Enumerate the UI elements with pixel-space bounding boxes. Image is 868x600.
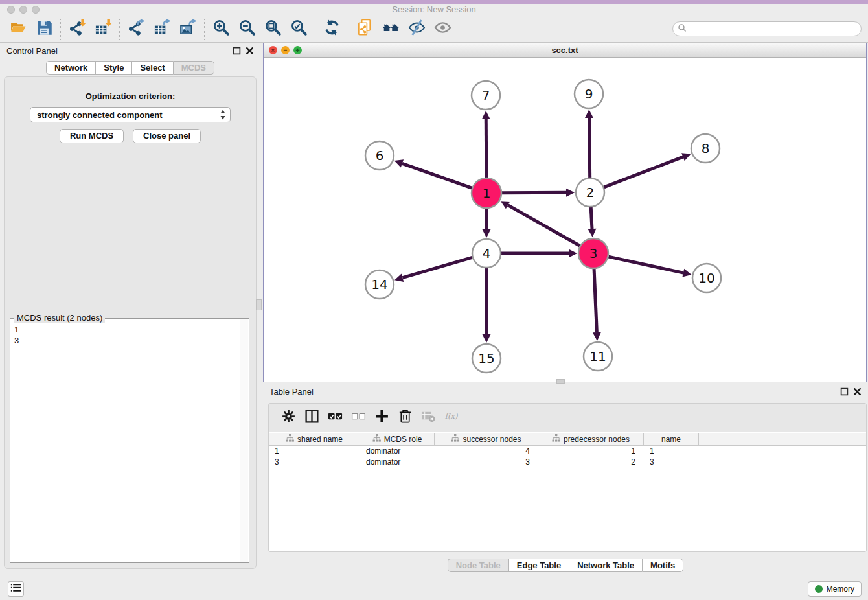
edge-1-to-6[interactable] [394,159,472,188]
column-header-shared-name[interactable]: shared name [269,433,360,445]
tab-network-table[interactable]: Network Table [569,559,642,572]
graph-node-4[interactable]: 4 [472,239,501,268]
table-settings-gear-button[interactable] [277,406,300,430]
tab-node-table[interactable]: Node Table [448,559,508,572]
table-cell[interactable]: dominator [360,457,435,468]
horizontal-splitter-grip[interactable] [556,379,565,384]
table-cell[interactable]: 2 [538,457,644,468]
graph-node-1[interactable]: 1 [472,178,501,208]
zoom-selected-button[interactable] [286,17,312,41]
tab-select[interactable]: Select [131,61,172,75]
home-button[interactable] [378,17,404,41]
criterion-select[interactable]: strongly connected component [30,107,231,122]
edge-2-to-8[interactable] [604,153,691,187]
delete-column-button[interactable] [393,406,417,430]
graph-node-11[interactable]: 11 [584,342,612,371]
zoom-in-button[interactable] [208,17,234,41]
graph-node-15[interactable]: 15 [472,344,501,373]
edge-2-to-3[interactable] [588,207,596,237]
search-input[interactable] [689,25,858,34]
graph-node-8[interactable]: 8 [691,134,720,163]
run-mcds-button[interactable]: Run MCDS [60,129,124,143]
table-cell[interactable]: 4 [435,446,538,457]
import-table-button[interactable] [90,17,116,41]
task-history-button[interactable] [8,581,24,597]
refresh-view-button[interactable] [319,17,345,41]
edge-2-to-9[interactable] [585,110,593,178]
table-cell[interactable]: 3 [435,457,538,468]
clone-network-button[interactable] [352,17,378,41]
search-box[interactable] [672,21,862,36]
table-cell[interactable]: 3 [269,457,360,468]
table-row[interactable]: 3dominator323 [269,457,866,468]
add-column-button[interactable] [370,406,393,430]
edge-4-to-15[interactable] [483,268,491,343]
column-layout-button[interactable] [300,406,323,430]
graph-node-6[interactable]: 6 [365,141,394,170]
close-window-icon[interactable] [269,46,277,54]
edge-3-to-1[interactable] [501,201,580,246]
open-session-button[interactable] [5,17,31,41]
network-graph: 7968124314101511 [264,58,866,382]
tab-style[interactable]: Style [95,61,131,75]
svg-text:3: 3 [589,246,598,261]
export-table-button[interactable] [149,17,175,41]
export-image-button[interactable] [175,17,201,41]
graph-node-7[interactable]: 7 [472,81,500,110]
zoom-window-icon[interactable] [293,46,302,54]
graph-node-9[interactable]: 9 [575,80,603,108]
table-cell[interactable]: 1 [269,446,360,457]
column-header-mcds-role[interactable]: MCDS role [360,433,435,445]
close-traffic-icon[interactable] [7,6,15,14]
zoom-fit-button[interactable] [260,17,286,41]
network-canvas[interactable]: 7968124314101511 [264,58,866,382]
table-cell[interactable]: dominator [360,446,435,457]
float-panel-icon[interactable] [840,387,849,396]
control-panel-tabs: NetworkStyleSelectMCDS [0,61,260,75]
hide-graphics-details-button[interactable] [404,17,429,41]
tab-mcds[interactable]: MCDS [173,61,214,75]
graph-node-2[interactable]: 2 [576,178,604,207]
close-panel-icon[interactable] [853,387,862,396]
edge-1-to-2[interactable] [502,189,575,197]
zoom-traffic-icon[interactable] [32,6,40,14]
graph-node-10[interactable]: 10 [692,264,721,292]
vertical-splitter-grip[interactable] [256,299,262,310]
edge-1-to-7[interactable] [482,111,490,178]
table-cell[interactable]: 1 [644,446,699,457]
column-header-predecessor-nodes[interactable]: predecessor nodes [538,433,644,445]
float-panel-icon[interactable] [233,47,241,55]
column-header-successor-nodes[interactable]: successor nodes [435,433,538,445]
tab-edge-table[interactable]: Edge Table [508,559,569,572]
import-network-button[interactable] [64,17,90,41]
table-cell[interactable]: 3 [644,457,699,468]
close-panel-icon[interactable] [246,47,254,55]
tab-motifs[interactable]: Motifs [642,559,683,572]
export-network-button[interactable] [123,17,149,41]
mcds-result-group[interactable]: MCDS result (2 nodes) 13 [10,318,249,563]
svg-text:9: 9 [585,86,593,102]
table-cell[interactable]: 1 [538,446,644,457]
memory-button[interactable]: Memory [808,581,862,597]
tab-network[interactable]: Network [46,61,95,75]
network-window-titlebar[interactable]: scc.txt [264,43,866,58]
minimize-window-icon[interactable] [281,46,290,54]
select-all-columns-button[interactable] [323,406,347,430]
zoom-out-button[interactable] [234,17,260,41]
edge-4-to-3[interactable] [501,249,577,258]
criterion-select-value: strongly connected component [37,110,163,120]
minimize-traffic-icon[interactable] [19,6,27,14]
save-session-button[interactable] [31,17,57,41]
graph-node-14[interactable]: 14 [365,270,394,299]
edge-3-to-10[interactable] [608,257,691,277]
graph-node-3[interactable]: 3 [578,238,608,268]
unselect-all-columns-button[interactable] [347,406,370,430]
edge-3-to-11[interactable] [593,269,601,341]
column-header-name[interactable]: name [644,433,699,445]
show-graphics-details-button[interactable] [429,17,455,41]
edge-1-to-4[interactable] [483,209,491,238]
table-row[interactable]: 1dominator411 [269,446,866,457]
close-panel-button[interactable]: Close panel [133,129,201,143]
result-scrollbar[interactable] [240,319,248,562]
edge-4-to-14[interactable] [394,257,472,281]
